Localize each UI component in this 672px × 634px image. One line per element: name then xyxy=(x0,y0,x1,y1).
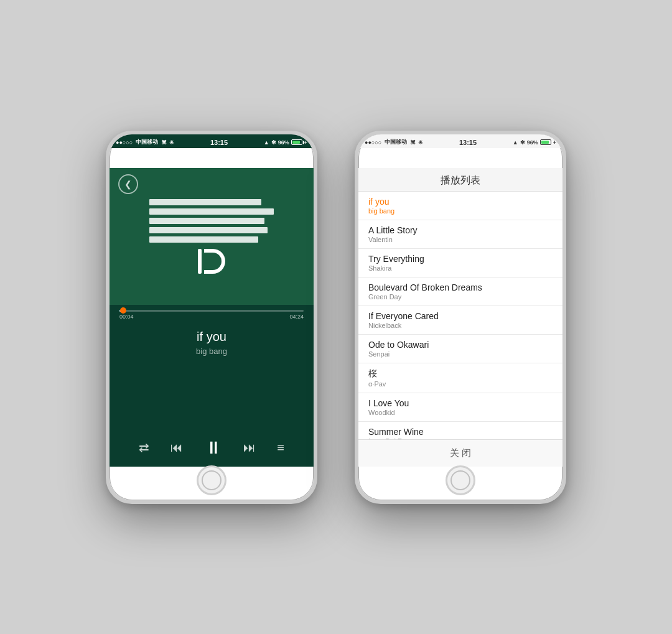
item-title: Ode to Okawari xyxy=(368,340,553,350)
current-time: 00:04 xyxy=(119,314,134,320)
phone2-mute-switch[interactable] xyxy=(355,190,357,208)
playlist-item[interactable]: Summer WineLana Del Rey xyxy=(358,422,562,439)
battery-icon xyxy=(291,139,302,145)
stripe-4 xyxy=(149,227,268,233)
item-artist: Woodkid xyxy=(368,409,553,416)
status-bar-phone2: ●●○○○ 中国移动 ⌘ ✳ 13:15 ▲ ✻ 96% + xyxy=(358,134,562,148)
item-title: If Everyone Cared xyxy=(368,311,553,321)
charging-icon: + xyxy=(304,139,307,146)
item-artist: Senpai xyxy=(368,350,553,358)
home-button[interactable] xyxy=(197,465,226,495)
phone2-charging: + xyxy=(553,139,556,146)
playlist-item[interactable]: 桜α·Pav xyxy=(358,363,562,393)
status-left-phone1: ●●○○○ 中国移动 ⌘ ✳ xyxy=(116,138,174,146)
signal-dots: ●●○○○ xyxy=(116,139,133,146)
status-time-phone2: 13:15 xyxy=(459,139,477,146)
progress-bar[interactable] xyxy=(119,310,304,312)
playlist-item[interactable]: if youbig bang xyxy=(358,192,562,220)
item-title: Summer Wine xyxy=(368,427,553,437)
playlist-items: if youbig bangA Little StoryValentinTry … xyxy=(358,192,562,439)
home-button-inner xyxy=(202,470,222,490)
close-playlist-button[interactable]: 关 闭 xyxy=(358,439,562,467)
phone2-battery-fill xyxy=(541,141,549,144)
phone2-signal: ●●○○○ xyxy=(365,139,381,146)
song-title: if you xyxy=(116,330,307,344)
album-art-stripes xyxy=(149,199,274,243)
player-spacer xyxy=(110,360,314,427)
playlist-item[interactable]: If Everyone CaredNickelback xyxy=(358,306,562,335)
player-screen: ❮ xyxy=(110,168,314,467)
back-button[interactable]: ❮ xyxy=(118,174,138,194)
status-left-phone2: ●●○○○ 中国移动 ⌘ ✳ xyxy=(365,138,423,146)
album-logo xyxy=(198,249,225,274)
brightness-icon: ✳ xyxy=(169,139,174,146)
item-title: 桜 xyxy=(368,368,553,380)
phone1-frame: ●●○○○ 中国移动 ⌘ ✳ 13:15 ▲ ✻ 96% + ❮ xyxy=(106,131,317,504)
playlist-item[interactable]: I Love YouWoodkid xyxy=(358,393,562,422)
phone2-home-button[interactable] xyxy=(446,465,475,495)
stripe-3 xyxy=(149,218,264,224)
volume-up-button[interactable] xyxy=(106,215,108,245)
phone2-battery xyxy=(540,139,551,145)
playlist-item[interactable]: Boulevard Of Broken DreamsGreen Day xyxy=(358,277,562,306)
item-artist: big bang xyxy=(368,207,553,215)
artwork-section: ❮ xyxy=(110,168,314,305)
stripe-2 xyxy=(149,208,274,215)
progress-thumb[interactable] xyxy=(120,307,126,314)
total-time: 04:24 xyxy=(289,314,304,320)
status-bar-phone1: ●●○○○ 中国移动 ⌘ ✳ 13:15 ▲ ✻ 96% + xyxy=(110,134,314,148)
logo-bar xyxy=(198,249,202,274)
item-artist: Nickelback xyxy=(368,322,553,329)
stripe-1 xyxy=(149,199,261,205)
player-controls: ⇄ ⏮ ⏸ ⏭ ≡ xyxy=(110,427,314,467)
playlist-title: 播放列表 xyxy=(441,175,480,185)
phone2-battery-pct: 96% xyxy=(527,139,538,146)
phone2-home-inner xyxy=(450,470,470,490)
phones-container: ●●○○○ 中国移动 ⌘ ✳ 13:15 ▲ ✻ 96% + ❮ xyxy=(106,131,566,504)
item-title: Boulevard Of Broken Dreams xyxy=(368,282,553,292)
location-icon: ▲ xyxy=(264,139,269,146)
progress-section[interactable]: 00:04 04:24 xyxy=(110,305,314,322)
song-info: if you big bang xyxy=(110,322,314,360)
item-title: Try Everything xyxy=(368,254,553,264)
back-icon: ❮ xyxy=(124,179,132,189)
battery-fill xyxy=(292,141,300,144)
status-time-phone1: 13:15 xyxy=(210,139,228,146)
playlist-item[interactable]: Try EverythingShakira xyxy=(358,249,562,277)
status-right-phone2: ▲ ✻ 96% + xyxy=(513,139,556,146)
phone2-location: ▲ xyxy=(513,139,518,146)
item-title: A Little Story xyxy=(368,225,553,235)
repeat-button[interactable]: ⇄ xyxy=(139,440,149,455)
phone2-wifi-icon: ⌘ xyxy=(410,139,416,146)
item-title: I Love You xyxy=(368,398,553,408)
status-right-phone1: ▲ ✻ 96% + xyxy=(264,139,307,146)
item-artist: Valentin xyxy=(368,236,553,243)
next-button[interactable]: ⏭ xyxy=(243,441,256,455)
phone2-frame: ●●○○○ 中国移动 ⌘ ✳ 13:15 ▲ ✻ 96% + 播放列表 xyxy=(355,131,566,504)
playlist-item[interactable]: Ode to OkawariSenpai xyxy=(358,335,562,363)
item-artist: Green Day xyxy=(368,293,553,301)
progress-times: 00:04 04:24 xyxy=(119,314,304,320)
phone2-brightness: ✳ xyxy=(418,139,423,146)
logo-d-shape xyxy=(204,249,225,274)
volume-down-button[interactable] xyxy=(106,253,108,282)
item-artist: α·Pav xyxy=(368,380,553,388)
prev-button[interactable]: ⏮ xyxy=(170,441,183,455)
phone2-volume-down[interactable] xyxy=(355,253,357,282)
playlist-header: 播放列表 xyxy=(358,168,562,192)
phone2-power[interactable] xyxy=(564,228,566,268)
pause-button[interactable]: ⏸ xyxy=(205,437,222,458)
power-button[interactable] xyxy=(315,228,317,268)
bluetooth-icon: ✻ xyxy=(271,139,276,146)
phone2-carrier: 中国移动 xyxy=(385,138,407,146)
song-artist: big bang xyxy=(116,347,307,356)
playlist-item[interactable]: A Little StoryValentin xyxy=(358,220,562,249)
phone2-bluetooth: ✻ xyxy=(520,139,525,146)
stripe-5 xyxy=(149,236,258,243)
carrier-label: 中国移动 xyxy=(136,138,158,146)
playlist-button[interactable]: ≡ xyxy=(277,441,284,455)
battery-percent: 96% xyxy=(278,139,289,146)
phone2-volume-up[interactable] xyxy=(355,215,357,245)
playlist-screen: 播放列表 if youbig bangA Little StoryValenti… xyxy=(358,168,562,467)
mute-switch[interactable] xyxy=(106,190,108,208)
